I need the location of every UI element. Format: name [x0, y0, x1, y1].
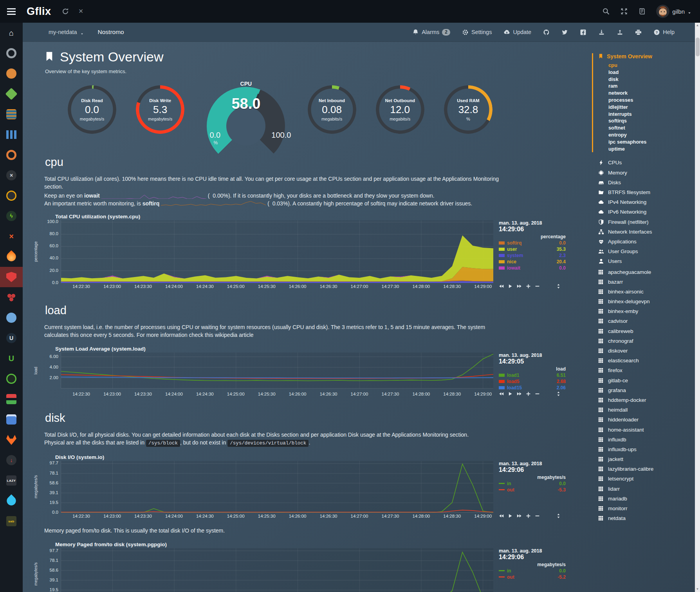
rail-app-striped-box-icon[interactable] — [0, 104, 23, 124]
cpu-gauge[interactable]: CPU58.00.0100.0% — [204, 81, 288, 142]
rail-app-sabnzbd-icon[interactable]: sab — [0, 511, 23, 531]
close-tab-icon[interactable]: × — [77, 7, 85, 15]
disk-write-gauge[interactable]: Disk Write5.3megabytes/s — [136, 81, 184, 134]
rail-app-two-bars-icon[interactable] — [0, 389, 23, 409]
menu-app-apacheguacamole[interactable]: apacheguacamole — [598, 267, 691, 277]
menu-item-entropy[interactable]: entropy — [598, 131, 691, 139]
fullscreen-icon[interactable] — [620, 7, 628, 15]
help-button[interactable]: ? Help — [653, 29, 675, 36]
print-icon[interactable] — [635, 29, 642, 36]
menu-item-softnet[interactable]: softnet — [598, 124, 691, 131]
legend-row-in[interactable]: in0.0 — [499, 481, 566, 486]
rail-app-amber-arc-icon[interactable] — [0, 185, 23, 206]
menu-app-netdata[interactable]: netdata — [598, 513, 691, 523]
pan-forward-icon[interactable] — [517, 284, 522, 289]
rail-app-green-bolt-icon[interactable]: ϟ — [0, 206, 23, 226]
rail-app-lazylibrarian-icon[interactable]: LAZY — [0, 470, 23, 491]
menu-app-influxdb-ups[interactable]: influxdb-ups — [598, 444, 691, 454]
menu-section-user-groups[interactable]: User Groups — [598, 247, 691, 256]
rail-app-gitlab-fox-icon[interactable] — [0, 430, 23, 450]
zoom-out-icon[interactable] — [535, 391, 540, 396]
menu-app-lidarr[interactable]: lidarr — [598, 484, 691, 494]
zoom-out-icon[interactable] — [535, 284, 540, 289]
chart-resize-handle[interactable] — [556, 513, 561, 518]
iowait-sparkline[interactable] — [101, 193, 206, 199]
disk-plot-area[interactable] — [61, 461, 493, 513]
import-snapshot-icon[interactable] — [617, 29, 623, 36]
zoom-in-icon[interactable] — [526, 284, 531, 289]
menu-app-gitlab-ce[interactable]: gitlab-ce — [598, 375, 691, 385]
menu-app-binhex-emby[interactable]: binhex-emby — [598, 306, 691, 316]
rail-app-sound-bars-icon[interactable] — [0, 124, 23, 145]
menu-app-grafana[interactable]: grafana — [598, 385, 691, 395]
legend-row-iowait[interactable]: iowait0.0 — [499, 265, 566, 271]
legend-row-out[interactable]: out-5.2 — [499, 574, 566, 580]
play-icon[interactable] — [508, 391, 513, 396]
scrollbar-down-arrow[interactable]: ▼ — [695, 587, 700, 592]
legend-row-out[interactable]: out-5.3 — [499, 487, 566, 493]
menu-app-binhex-delugevpn[interactable]: binhex-delugevpn — [598, 297, 691, 306]
pan-back-icon[interactable] — [499, 513, 504, 518]
chart-resize-handle[interactable] — [556, 284, 561, 289]
rail-app-green-arc-icon[interactable] — [0, 369, 23, 389]
play-icon[interactable] — [508, 284, 513, 289]
zoom-out-icon[interactable] — [535, 513, 540, 518]
menu-section-btrfs-filesystem[interactable]: BTRFS filesystem — [598, 187, 691, 197]
menu-item-uptime[interactable]: uptime — [598, 146, 691, 153]
menu-section-disks[interactable]: Disks — [598, 178, 691, 187]
menu-app-jackett[interactable]: jackett — [598, 454, 691, 464]
menu-system-overview[interactable]: System Overview — [598, 53, 691, 59]
zoom-in-icon[interactable] — [526, 391, 531, 396]
rail-app-blue-drop-icon[interactable] — [0, 491, 23, 511]
menu-app-lazylibrarian-calibre[interactable]: lazylibrarian-calibre — [598, 464, 691, 474]
pan-back-icon[interactable] — [499, 391, 504, 396]
rail-app-green-diamond-icon[interactable] — [0, 84, 23, 104]
legend-row-system[interactable]: system2.3 — [499, 253, 566, 258]
rail-app-red-shield-icon[interactable] — [0, 267, 23, 287]
menu-section-network-interfaces[interactable]: Network Interfaces — [598, 227, 691, 237]
disk-read-gauge[interactable]: Disk Read0.0megabytes/s — [68, 81, 116, 134]
menu-app-elasticsearch[interactable]: elasticsearch — [598, 356, 691, 365]
menu-app-calibreweb[interactable]: calibreweb — [598, 326, 691, 336]
menu-section-memory[interactable]: Memory — [598, 168, 691, 178]
zoom-in-icon[interactable] — [526, 513, 531, 518]
rail-app-blue-circle-icon[interactable] — [0, 308, 23, 328]
menu-app-mariadb[interactable]: mariadb — [598, 494, 691, 504]
menu-app-letsencrypt[interactable]: letsencrypt — [598, 474, 691, 484]
rail-home-icon[interactable]: ⌂ — [0, 23, 23, 43]
alarms-button[interactable]: Alarms 2 — [412, 29, 450, 36]
server-dropdown[interactable]: my-netdata — [49, 29, 84, 35]
scrollbar[interactable]: ▲ ▼ — [695, 23, 700, 592]
menu-app-binhex-airsonic[interactable]: binhex-airsonic — [598, 287, 691, 297]
menu-app-hddtemp-docker[interactable]: hddtemp-docker — [598, 395, 691, 405]
menu-item-disk[interactable]: disk — [598, 76, 691, 83]
menu-app-chronograf[interactable]: chronograf — [598, 336, 691, 346]
rail-app-orange-ring-icon[interactable] — [0, 145, 23, 165]
export-snapshot-icon[interactable] — [598, 29, 605, 36]
pan-forward-icon[interactable] — [517, 513, 522, 518]
legend-row-in[interactable]: in0.0 — [499, 568, 566, 574]
menu-section-cpus[interactable]: CPUs — [598, 158, 691, 167]
facebook-icon[interactable] — [580, 29, 586, 36]
hamburger-menu-icon[interactable] — [0, 8, 23, 15]
menu-item-idlejitter[interactable]: idlejitter — [598, 104, 691, 111]
menu-item-load[interactable]: load — [598, 69, 691, 76]
scrollbar-up-arrow[interactable]: ▲ — [695, 23, 700, 28]
changelog-icon[interactable] — [638, 7, 646, 15]
rail-app-grafana-icon[interactable]: × — [0, 226, 23, 247]
menu-item-cpu[interactable]: cpu — [598, 62, 691, 69]
menu-item-processes[interactable]: processes — [598, 97, 691, 104]
menu-app-home-assistant[interactable]: home-assistant — [598, 425, 691, 434]
menu-app-firefox[interactable]: firefox — [598, 365, 691, 375]
rail-app-berry-icon[interactable] — [0, 287, 23, 308]
cpu-plot-area[interactable] — [61, 220, 493, 283]
rail-app-orange-circle-icon[interactable] — [0, 63, 23, 84]
menu-section-users[interactable]: Users — [598, 256, 691, 266]
menu-app-influxdb[interactable]: influxdb — [598, 435, 691, 444]
rail-app-dark-x-icon[interactable]: × — [0, 165, 23, 185]
load-plot-area[interactable] — [61, 353, 493, 389]
menu-item-softirqs[interactable]: softirqs — [598, 117, 691, 124]
pgpgio-plot-area[interactable] — [61, 548, 493, 592]
chart-resize-handle[interactable] — [556, 391, 561, 396]
scrollbar-thumb[interactable] — [696, 38, 700, 56]
